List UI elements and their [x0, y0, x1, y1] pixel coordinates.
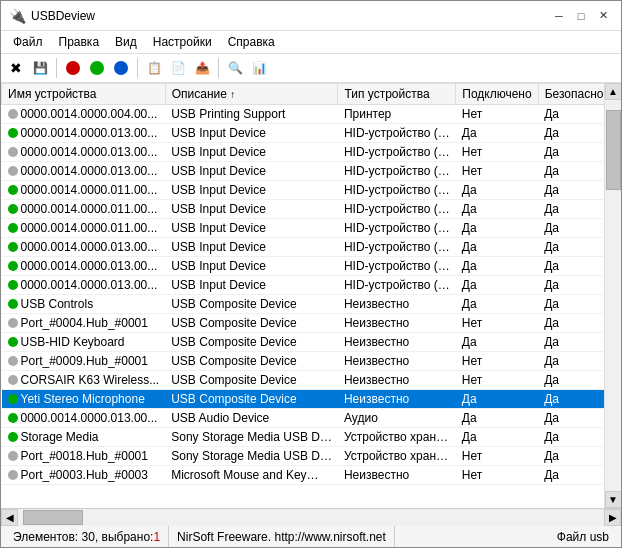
cell-safe: Да	[538, 257, 604, 276]
table-row[interactable]: CORSAIR K63 Wireless... USB Composite De…	[2, 371, 605, 390]
title-bar: 🔌 USBDeview ─ □ ✕	[1, 1, 621, 31]
cell-type: Устройство хран…	[338, 447, 456, 466]
status-info: NirSoft Freeware. http://www.nirsoft.net	[169, 526, 395, 547]
status-dot	[8, 185, 18, 195]
cell-type: Устройство хран…	[338, 428, 456, 447]
scroll-up-button[interactable]: ▲	[605, 83, 622, 100]
status-dot	[8, 451, 18, 461]
table-row[interactable]: Yeti Stereo Microphone USB Composite Dev…	[2, 390, 605, 409]
table-row[interactable]: 0000.0014.0000.013.00... USB Input Devic…	[2, 143, 605, 162]
cell-connected: Да	[456, 238, 538, 257]
table-row[interactable]: 0000.0014.0000.011.00... USB Input Devic…	[2, 200, 605, 219]
h-scroll-track[interactable]	[18, 509, 604, 526]
horizontal-scrollbar[interactable]: ◀ ▶	[1, 508, 621, 525]
cell-desc: USB Input Device	[165, 143, 338, 162]
cell-desc: USB Composite Device	[165, 295, 338, 314]
menu-help[interactable]: Справка	[220, 33, 283, 51]
cell-type: HID-устройство (…	[338, 124, 456, 143]
status-count: Элементов: 30, выбрано: 1	[5, 526, 169, 547]
cell-type: HID-устройство (…	[338, 143, 456, 162]
close-button[interactable]: ✕	[593, 6, 613, 26]
toolbar-report[interactable]: 📊	[248, 57, 270, 79]
h-scroll-thumb[interactable]	[23, 510, 83, 525]
minimize-button[interactable]: ─	[549, 6, 569, 26]
status-dot	[8, 337, 18, 347]
cell-connected: Да	[456, 219, 538, 238]
status-dot	[8, 242, 18, 252]
cell-connected: Да	[456, 276, 538, 295]
table-row[interactable]: Port_#0018.Hub_#0001 Sony Storage Media …	[2, 447, 605, 466]
scroll-track[interactable]	[605, 100, 622, 491]
cell-safe: Да	[538, 352, 604, 371]
vertical-scrollbar[interactable]: ▲ ▼	[604, 83, 621, 508]
toolbar-find[interactable]: 🔍	[224, 57, 246, 79]
toolbar-copy[interactable]: 📋	[143, 57, 165, 79]
col-name[interactable]: Имя устройства	[2, 84, 166, 105]
col-desc[interactable]: Описание	[165, 84, 338, 105]
status-dot	[8, 204, 18, 214]
cell-connected: Да	[456, 124, 538, 143]
status-dot	[8, 413, 18, 423]
maximize-button[interactable]: □	[571, 6, 591, 26]
col-connected[interactable]: Подключено	[456, 84, 538, 105]
scroll-left-button[interactable]: ◀	[1, 509, 18, 526]
device-table-container[interactable]: Имя устройства Описание Тип устройства П…	[1, 83, 604, 508]
table-row[interactable]: Port_#0003.Hub_#0003 Microsoft Mouse and…	[2, 466, 605, 485]
toolbar-enable[interactable]	[86, 57, 108, 79]
cell-type: Неизвестно	[338, 466, 456, 485]
window-controls: ─ □ ✕	[549, 6, 613, 26]
status-dot	[8, 128, 18, 138]
cell-device-name: Port_#0009.Hub_#0001	[2, 352, 166, 371]
toolbar-info[interactable]	[110, 57, 132, 79]
table-row[interactable]: Storage Media Sony Storage Media USB D… …	[2, 428, 605, 447]
toolbar-html[interactable]: 📄	[167, 57, 189, 79]
status-dot	[8, 299, 18, 309]
main-area: Имя устройства Описание Тип устройства П…	[1, 83, 621, 508]
menu-edit[interactable]: Правка	[51, 33, 108, 51]
table-row[interactable]: 0000.0014.0000.011.00... USB Input Devic…	[2, 219, 605, 238]
table-row[interactable]: 0000.0014.0000.013.00... USB Input Devic…	[2, 276, 605, 295]
table-row[interactable]: 0000.0014.0000.013.00... USB Audio Devic…	[2, 409, 605, 428]
window-title: USBDeview	[31, 9, 95, 23]
table-row[interactable]: 0000.0014.0000.004.00... USB Printing Su…	[2, 105, 605, 124]
table-row[interactable]: USB Controls USB Composite Device Неизве…	[2, 295, 605, 314]
cell-desc: Microsoft Mouse and Key…	[165, 466, 338, 485]
status-file: Файл usb	[549, 526, 617, 547]
table-row[interactable]: 0000.0014.0000.013.00... USB Input Devic…	[2, 257, 605, 276]
table-row[interactable]: 0000.0014.0000.013.00... USB Input Devic…	[2, 124, 605, 143]
menu-file[interactable]: Файл	[5, 33, 51, 51]
col-type[interactable]: Тип устройства	[338, 84, 456, 105]
cell-type: Неизвестно	[338, 371, 456, 390]
table-row[interactable]: 0000.0014.0000.013.00... USB Input Devic…	[2, 162, 605, 181]
status-dot	[8, 166, 18, 176]
menu-view[interactable]: Вид	[107, 33, 145, 51]
menu-settings[interactable]: Настройки	[145, 33, 220, 51]
cell-connected: Нет	[456, 466, 538, 485]
toolbar-save[interactable]: 💾	[29, 57, 51, 79]
toolbar-export[interactable]: 📤	[191, 57, 213, 79]
cell-desc: USB Input Device	[165, 200, 338, 219]
cell-connected: Да	[456, 428, 538, 447]
cell-device-name: 0000.0014.0000.011.00...	[2, 200, 166, 219]
toolbar-separator-2	[137, 58, 138, 78]
scroll-right-button[interactable]: ▶	[604, 509, 621, 526]
table-row[interactable]: Port_#0009.Hub_#0001 USB Composite Devic…	[2, 352, 605, 371]
cell-desc: USB Printing Support	[165, 105, 338, 124]
cell-device-name: 0000.0014.0000.013.00...	[2, 124, 166, 143]
cell-type: HID-устройство (…	[338, 276, 456, 295]
toolbar-disable[interactable]	[62, 57, 84, 79]
cell-desc: USB Input Device	[165, 124, 338, 143]
table-row[interactable]: 0000.0014.0000.013.00... USB Input Devic…	[2, 238, 605, 257]
status-bar: Элементов: 30, выбрано: 1 NirSoft Freewa…	[1, 525, 621, 547]
cell-desc: Sony Storage Media USB D…	[165, 428, 338, 447]
table-row[interactable]: Port_#0004.Hub_#0001 USB Composite Devic…	[2, 314, 605, 333]
scroll-down-button[interactable]: ▼	[605, 491, 622, 508]
toolbar-stop[interactable]: ✖	[5, 57, 27, 79]
status-dot	[8, 432, 18, 442]
table-row[interactable]: 0000.0014.0000.011.00... USB Input Devic…	[2, 181, 605, 200]
cell-safe: Да	[538, 200, 604, 219]
cell-desc: USB Input Device	[165, 162, 338, 181]
table-row[interactable]: USB-HID Keyboard USB Composite Device Не…	[2, 333, 605, 352]
col-safe[interactable]: Безопасное ...	[538, 84, 604, 105]
scroll-thumb[interactable]	[606, 110, 621, 190]
